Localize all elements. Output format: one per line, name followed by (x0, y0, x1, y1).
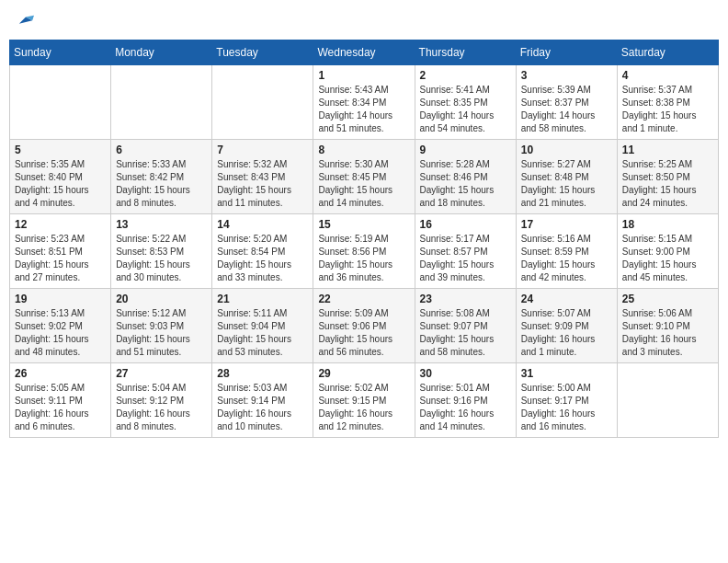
day-info-line: Sunset: 9:02 PM (15, 320, 106, 333)
day-info-line: Sunset: 8:35 PM (420, 97, 511, 109)
day-info-line: Sunrise: 5:27 AM (521, 158, 612, 171)
day-info-line: Sunrise: 5:04 AM (116, 382, 207, 395)
calendar-cell: 31Sunrise: 5:00 AMSunset: 9:17 PMDayligh… (516, 363, 617, 438)
day-info-line: Sunset: 9:06 PM (318, 320, 409, 333)
day-info-line: and 14 minutes. (318, 197, 409, 210)
day-number: 11 (622, 144, 713, 156)
day-info-line: Sunset: 9:10 PM (622, 320, 713, 333)
day-of-week-header: Tuesday (212, 40, 313, 65)
day-number: 25 (622, 293, 713, 305)
day-of-week-header: Saturday (617, 40, 718, 65)
day-info-line: Daylight: 14 hours (521, 109, 612, 122)
day-of-week-header: Wednesday (313, 40, 415, 65)
calendar-cell: 11Sunrise: 5:25 AMSunset: 8:50 PMDayligh… (617, 140, 718, 214)
calendar-cell: 4Sunrise: 5:37 AMSunset: 8:38 PMDaylight… (617, 65, 718, 140)
day-info-line: Daylight: 15 hours (217, 259, 308, 271)
day-info-line: Daylight: 16 hours (116, 408, 207, 420)
day-info-line: Sunset: 8:53 PM (116, 246, 207, 259)
day-info: Sunrise: 5:20 AMSunset: 8:54 PMDaylight:… (217, 233, 308, 284)
calendar-cell: 23Sunrise: 5:08 AMSunset: 9:07 PMDayligh… (415, 289, 516, 363)
day-info-line: and 4 minutes. (15, 197, 106, 210)
day-info-line: Sunset: 8:38 PM (622, 97, 713, 109)
calendar-cell: 30Sunrise: 5:01 AMSunset: 9:16 PMDayligh… (415, 363, 516, 438)
day-info-line: Daylight: 15 hours (420, 184, 511, 197)
day-info-line: Sunset: 9:03 PM (116, 320, 207, 333)
logo (14, 14, 34, 30)
day-info-line: Sunset: 8:42 PM (116, 171, 207, 184)
day-info-line: and 16 minutes. (521, 420, 612, 433)
day-info-line: Sunset: 9:09 PM (521, 320, 612, 333)
day-info-line: and 8 minutes. (116, 420, 207, 433)
day-info-line: Sunrise: 5:03 AM (217, 382, 308, 395)
day-info-line: Sunrise: 5:33 AM (116, 158, 207, 171)
day-info-line: Sunrise: 5:28 AM (420, 158, 511, 171)
day-number: 21 (217, 293, 308, 305)
day-info-line: Sunset: 8:48 PM (521, 171, 612, 184)
calendar-week-row: 5Sunrise: 5:35 AMSunset: 8:40 PMDaylight… (10, 140, 719, 214)
day-info-line: Daylight: 15 hours (420, 333, 511, 346)
day-info: Sunrise: 5:15 AMSunset: 9:00 PMDaylight:… (622, 233, 713, 284)
day-info-line: Sunset: 8:50 PM (622, 171, 713, 184)
logo-bird-icon (17, 14, 34, 30)
day-info-line: Sunrise: 5:39 AM (521, 84, 612, 97)
calendar-cell: 14Sunrise: 5:20 AMSunset: 8:54 PMDayligh… (212, 214, 313, 289)
day-info-line: Sunset: 8:40 PM (15, 171, 106, 184)
day-info: Sunrise: 5:04 AMSunset: 9:12 PMDaylight:… (116, 382, 207, 433)
day-info-line: Daylight: 15 hours (622, 259, 713, 271)
day-info-line: and 58 minutes. (521, 122, 612, 135)
day-info-line: Daylight: 16 hours (420, 408, 511, 420)
day-info-line: and 11 minutes. (217, 197, 308, 210)
day-info: Sunrise: 5:07 AMSunset: 9:09 PMDaylight:… (521, 307, 612, 359)
day-info: Sunrise: 5:09 AMSunset: 9:06 PMDaylight:… (318, 307, 409, 359)
day-info: Sunrise: 5:23 AMSunset: 8:51 PMDaylight:… (15, 233, 106, 284)
day-info-line: Daylight: 14 hours (420, 109, 511, 122)
day-number: 28 (217, 367, 308, 380)
day-info-line: and 21 minutes. (521, 197, 612, 210)
day-info-line: Sunrise: 5:09 AM (318, 307, 409, 320)
day-info-line: Daylight: 15 hours (116, 259, 207, 271)
day-info: Sunrise: 5:06 AMSunset: 9:10 PMDaylight:… (622, 307, 713, 359)
calendar-header-row: SundayMondayTuesdayWednesdayThursdayFrid… (10, 40, 719, 65)
day-info-line: and 42 minutes. (521, 271, 612, 284)
day-info-line: Sunset: 8:34 PM (318, 97, 409, 109)
day-info: Sunrise: 5:11 AMSunset: 9:04 PMDaylight:… (217, 307, 308, 359)
day-info-line: Sunrise: 5:00 AM (521, 382, 612, 395)
day-number: 5 (15, 144, 106, 156)
day-info-line: Sunrise: 5:22 AM (116, 233, 207, 246)
day-info-line: Sunset: 8:45 PM (318, 171, 409, 184)
calendar-cell (617, 363, 718, 438)
day-info-line: and 51 minutes. (116, 346, 207, 359)
day-number: 26 (15, 367, 106, 380)
day-number: 30 (420, 367, 511, 380)
day-info-line: Daylight: 16 hours (521, 333, 612, 346)
day-info-line: Sunrise: 5:20 AM (217, 233, 308, 246)
day-info-line: and 36 minutes. (318, 271, 409, 284)
day-of-week-header: Friday (516, 40, 617, 65)
day-info-line: and 14 minutes. (420, 420, 511, 433)
day-info-line: Sunrise: 5:17 AM (420, 233, 511, 246)
day-info-line: Daylight: 15 hours (15, 333, 106, 346)
day-info-line: and 10 minutes. (217, 420, 308, 433)
calendar-cell (212, 65, 313, 140)
day-info-line: Daylight: 16 hours (217, 408, 308, 420)
day-number: 9 (420, 144, 511, 156)
calendar-cell: 21Sunrise: 5:11 AMSunset: 9:04 PMDayligh… (212, 289, 313, 363)
day-info: Sunrise: 5:30 AMSunset: 8:45 PMDaylight:… (318, 158, 409, 210)
day-info: Sunrise: 5:13 AMSunset: 9:02 PMDaylight:… (15, 307, 106, 359)
calendar-cell: 29Sunrise: 5:02 AMSunset: 9:15 PMDayligh… (313, 363, 415, 438)
day-info-line: Sunset: 8:54 PM (217, 246, 308, 259)
calendar-cell: 9Sunrise: 5:28 AMSunset: 8:46 PMDaylight… (415, 140, 516, 214)
calendar-cell (111, 65, 212, 140)
day-of-week-header: Monday (111, 40, 212, 65)
day-info-line: Sunset: 8:37 PM (521, 97, 612, 109)
day-info-line: Sunset: 9:07 PM (420, 320, 511, 333)
day-info: Sunrise: 5:12 AMSunset: 9:03 PMDaylight:… (116, 307, 207, 359)
day-info-line: Sunrise: 5:11 AM (217, 307, 308, 320)
day-info-line: and 33 minutes. (217, 271, 308, 284)
calendar-week-row: 19Sunrise: 5:13 AMSunset: 9:02 PMDayligh… (10, 289, 719, 363)
day-number: 23 (420, 293, 511, 305)
day-info: Sunrise: 5:25 AMSunset: 8:50 PMDaylight:… (622, 158, 713, 210)
calendar-week-row: 1Sunrise: 5:43 AMSunset: 8:34 PMDaylight… (10, 65, 719, 140)
day-info-line: and 48 minutes. (15, 346, 106, 359)
calendar-cell: 10Sunrise: 5:27 AMSunset: 8:48 PMDayligh… (516, 140, 617, 214)
